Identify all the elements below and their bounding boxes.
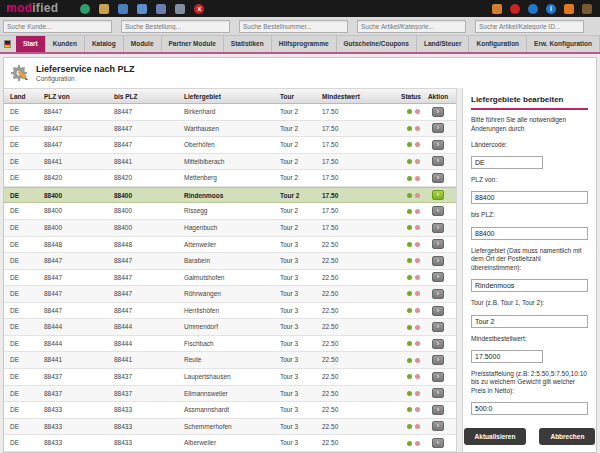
status-inactive-icon[interactable]	[415, 391, 420, 396]
preisstaffelung-field[interactable]	[471, 402, 588, 415]
edit-row-button[interactable]: ›	[432, 372, 444, 382]
tour-field[interactable]	[471, 315, 588, 328]
status-inactive-icon[interactable]	[415, 441, 420, 446]
edit-row-button[interactable]: ›	[432, 388, 444, 398]
status-active-icon[interactable]	[407, 225, 412, 230]
edit-row-button[interactable]: ›	[432, 206, 444, 216]
table-row[interactable]: DE8844788447WarthausenTour 217.50›	[4, 121, 456, 138]
edit-row-button[interactable]: ›	[432, 421, 444, 431]
status-active-icon[interactable]	[407, 308, 412, 313]
search-input-2[interactable]	[121, 20, 230, 33]
table-row[interactable]: DE8844888448AttenweilerTour 322.50›	[4, 237, 456, 254]
status-inactive-icon[interactable]	[415, 308, 420, 313]
table-row[interactable]: DE8844488444UmmendorfTour 322.50›	[4, 319, 456, 336]
table-row[interactable]: DE8844788447OberhöfenTour 217.50›	[4, 137, 456, 154]
edit-row-button[interactable]: ›	[432, 239, 444, 249]
edit-row-button[interactable]: ›	[432, 355, 444, 365]
support-icon[interactable]	[510, 4, 520, 14]
cancel-button[interactable]: Abbrechen	[539, 428, 595, 445]
tab-statistiken[interactable]: Statistiken	[224, 36, 272, 52]
mindestbestellwert-field[interactable]	[471, 350, 543, 363]
tab-kunden[interactable]: Kunden	[46, 36, 85, 52]
table-row[interactable]: DE8843788437EllmannsweilerTour 322.50›	[4, 386, 456, 403]
edit-row-button[interactable]: ›	[432, 256, 444, 266]
status-inactive-icon[interactable]	[415, 325, 420, 330]
search-input-4[interactable]	[357, 20, 466, 33]
edit-row-button[interactable]: ›	[432, 405, 444, 415]
edit-row-button[interactable]: ›	[432, 272, 444, 282]
edit-row-button[interactable]: ›	[432, 223, 444, 233]
edit-row-button[interactable]: ›	[432, 173, 444, 183]
update-button[interactable]: Aktualisieren	[464, 428, 527, 445]
tab-start[interactable]: Start	[16, 36, 46, 52]
edit-row-button[interactable]: ›	[432, 289, 444, 299]
status-active-icon[interactable]	[407, 126, 412, 131]
basket-icon[interactable]	[99, 4, 109, 14]
status-active-icon[interactable]	[407, 441, 412, 446]
status-inactive-icon[interactable]	[415, 209, 420, 214]
status-inactive-icon[interactable]	[415, 176, 420, 181]
status-inactive-icon[interactable]	[415, 142, 420, 147]
status-active-icon[interactable]	[407, 374, 412, 379]
table-row[interactable]: DE8844788447BirkenhardTour 217.50›	[4, 104, 456, 121]
tab-erw-konfiguration[interactable]: Erw. Konfiguration	[527, 36, 600, 52]
table-row[interactable]: DE8842088420MettenbergTour 217.50›	[4, 170, 456, 187]
status-active-icon[interactable]	[407, 258, 412, 263]
status-inactive-icon[interactable]	[415, 225, 420, 230]
tab-hilfsprogramme[interactable]: Hilfsprogramme	[272, 36, 337, 52]
edit-row-button[interactable]: ›	[432, 107, 444, 117]
status-inactive-icon[interactable]	[415, 159, 420, 164]
status-active-icon[interactable]	[407, 424, 412, 429]
status-active-icon[interactable]	[407, 341, 412, 346]
status-active-icon[interactable]	[407, 142, 412, 147]
status-inactive-icon[interactable]	[415, 275, 420, 280]
table-row[interactable]: DE8844188441MittelbiberachTour 217.50›	[4, 154, 456, 171]
search-input-3[interactable]	[239, 20, 348, 33]
status-active-icon[interactable]	[407, 275, 412, 280]
edit-row-button[interactable]: ›	[432, 190, 444, 200]
edit-row-button[interactable]: ›	[432, 140, 444, 150]
logout-icon[interactable]	[582, 4, 592, 14]
database-icon[interactable]	[175, 4, 185, 14]
laendercode-field[interactable]	[471, 156, 543, 169]
status-inactive-icon[interactable]	[415, 258, 420, 263]
table-row[interactable]: DE8840088400RindenmoosTour 217.50›	[4, 187, 456, 204]
german-flag-icon[interactable]	[4, 40, 11, 48]
status-active-icon[interactable]	[407, 407, 412, 412]
bis-plz-field[interactable]	[471, 227, 588, 240]
table-row[interactable]: DE8844788447BarabeinTour 322.50›	[4, 253, 456, 270]
table-row[interactable]: DE8840088400HagenbuchTour 217.50›	[4, 220, 456, 237]
liefergebiet-field[interactable]	[471, 279, 588, 292]
info-icon[interactable]	[546, 4, 556, 14]
tab-land-steuer[interactable]: Land/Steuer	[417, 36, 470, 52]
table-row[interactable]: DE8843788437LaupertshausenTour 322.50›	[4, 369, 456, 386]
status-inactive-icon[interactable]	[415, 341, 420, 346]
status-active-icon[interactable]	[407, 291, 412, 296]
status-inactive-icon[interactable]	[415, 374, 420, 379]
tab-module[interactable]: Module	[124, 36, 162, 52]
status-active-icon[interactable]	[407, 193, 412, 198]
refresh-icon[interactable]	[528, 4, 538, 14]
status-active-icon[interactable]	[407, 176, 412, 181]
search-input-1[interactable]	[3, 20, 112, 33]
store-icon[interactable]	[492, 4, 502, 14]
documents-icon[interactable]	[156, 4, 166, 14]
status-inactive-icon[interactable]	[415, 424, 420, 429]
edit-row-button[interactable]: ›	[432, 322, 444, 332]
rss-icon[interactable]	[564, 4, 574, 14]
table-row[interactable]: DE8843388433AlberweilerTour 322.50›	[4, 435, 456, 452]
status-active-icon[interactable]	[407, 391, 412, 396]
table-row[interactable]: DE8843388433SchemmerhofenTour 322.50›	[4, 419, 456, 436]
table-row[interactable]: DE8844788447RöhrwangenTour 322.50›	[4, 286, 456, 303]
status-active-icon[interactable]	[407, 109, 412, 114]
status-active-icon[interactable]	[407, 209, 412, 214]
table-row[interactable]: DE8840088400RisseggTour 217.50›	[4, 203, 456, 220]
tab-konfiguration[interactable]: Konfiguration	[469, 36, 527, 52]
table-row[interactable]: DE8843388433AssmannshardtTour 322.50›	[4, 402, 456, 419]
edit-row-button[interactable]: ›	[432, 123, 444, 133]
table-row[interactable]: DE8844788447GalmutshofenTour 322.50›	[4, 270, 456, 287]
table-row[interactable]: DE8844488444FischbachTour 322.50›	[4, 336, 456, 353]
shield-icon[interactable]	[194, 4, 204, 14]
status-active-icon[interactable]	[407, 358, 412, 363]
table-row[interactable]: DE8844788447HerrlishöfenTour 322.50›	[4, 303, 456, 320]
